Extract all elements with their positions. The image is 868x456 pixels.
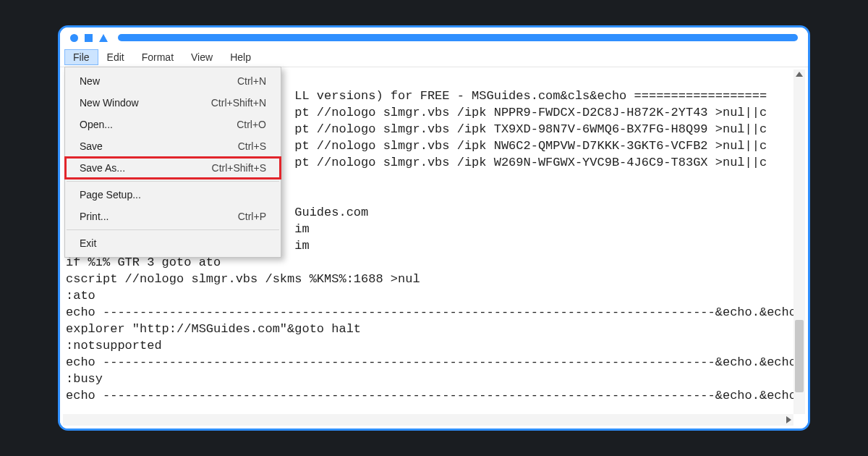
menu-item-label: Save As... [80,162,125,174]
vertical-scrollbar[interactable] [793,69,805,414]
menu-item-label: Exit [80,237,96,249]
scroll-up-arrow-icon[interactable] [796,72,803,77]
menu-item-open[interactable]: Open...Ctrl+O [65,114,281,135]
menu-item-shortcut: Ctrl+N [237,75,266,87]
menu-edit[interactable]: Edit [98,49,133,65]
menu-item-label: New [80,75,100,87]
menu-item-shortcut: Ctrl+S [238,140,266,152]
menu-item-shortcut: Ctrl+O [237,119,266,130]
notepad-app: File Edit Format View Help LL versions) … [60,48,808,428]
menu-item-label: Open... [80,119,113,130]
menu-item-label: New Window [80,97,139,109]
square-icon [85,34,93,42]
triangle-icon [99,34,108,42]
browser-mockup-window: File Edit Format View Help LL versions) … [58,25,810,431]
circle-icon [70,34,78,42]
vertical-scroll-thumb[interactable] [795,320,804,392]
address-bar-placeholder [118,34,798,41]
menu-item-shortcut: Ctrl+Shift+S [212,162,266,174]
menu-format[interactable]: Format [133,49,182,65]
menu-item-new[interactable]: NewCtrl+N [65,70,281,92]
menu-separator [67,229,279,230]
traffic-light-icons [70,34,108,42]
menu-item-save[interactable]: SaveCtrl+S [65,135,281,157]
horizontal-scrollbar[interactable] [63,414,793,426]
menubar: File Edit Format View Help [60,48,808,67]
menu-item-label: Page Setup... [80,189,141,200]
menu-separator [67,181,279,182]
file-menu-dropdown: NewCtrl+NNew WindowCtrl+Shift+NOpen...Ct… [64,67,281,258]
menu-file[interactable]: File [64,49,98,65]
menu-item-shortcut: Ctrl+P [238,211,266,222]
menu-item-print[interactable]: Print...Ctrl+P [65,206,281,227]
menu-view[interactable]: View [182,49,221,65]
scroll-right-arrow-icon[interactable] [786,416,791,423]
menu-item-save-as[interactable]: Save As...Ctrl+Shift+S [65,157,281,179]
menu-item-label: Save [80,140,103,152]
menu-item-exit[interactable]: Exit [65,232,281,254]
titlebar [60,28,808,48]
menu-item-page-setup[interactable]: Page Setup... [65,184,281,206]
menu-help[interactable]: Help [221,49,260,65]
menu-item-label: Print... [80,211,109,222]
menu-item-new-window[interactable]: New WindowCtrl+Shift+N [65,92,281,114]
menu-item-shortcut: Ctrl+Shift+N [211,97,266,109]
